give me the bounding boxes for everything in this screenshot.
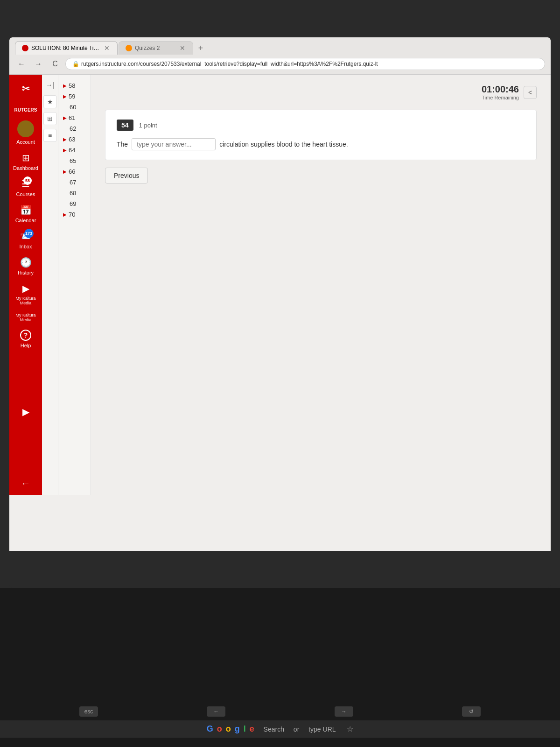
quiz-nav-item-70[interactable]: ▶70 [60, 209, 89, 220]
address-bar: ← → C 🔒 rutgers.instructure.com/courses/… [15, 55, 545, 74]
quiz-nav-num-63: 63 [69, 136, 75, 143]
timer-label: Time Remaining [482, 95, 519, 100]
quiz-nav-item-65[interactable]: 65 [60, 155, 89, 166]
timer-collapse-button[interactable]: < [524, 86, 537, 99]
quiz-nav-item-68[interactable]: 68 [60, 188, 89, 198]
timer-time: 01:00:46 [482, 84, 519, 95]
dashboard-label: Dashboard [13, 165, 38, 171]
sidebar-item-inbox[interactable]: 📨 173 Inbox [9, 227, 42, 253]
forward-key[interactable]: → [335, 706, 353, 717]
calendar-icon: 📅 [20, 204, 32, 216]
tab-1-label: SOLUTION: 80 Minute Timed P [31, 45, 100, 51]
kaltura-label: My Kaltura Media [11, 296, 40, 305]
new-tab-button[interactable]: + [194, 42, 207, 55]
forward-button[interactable]: → [32, 57, 45, 70]
quiz-nav-items: ▶58▶5960▶6162▶63▶6465▶66676869▶70 [58, 78, 91, 222]
help-label: Help [21, 343, 31, 348]
quiz-nav-arrow-70: ▶ [63, 212, 67, 217]
refresh-key[interactable]: ↺ [462, 706, 481, 717]
sidebar-item-history[interactable]: 🕐 History [9, 253, 42, 279]
bookmark-icon[interactable]: ☆ [347, 725, 353, 733]
sidebar-item-calendar[interactable]: 📅 Calendar [9, 201, 42, 227]
courses-badge: 58 [23, 176, 32, 185]
quiz-nav-item-67[interactable]: 67 [60, 177, 89, 188]
quiz-nav-num-65: 65 [70, 157, 76, 164]
quiz-nav-item-59[interactable]: ▶59 [60, 91, 89, 102]
question-suffix: circulation supplies blood to the heart … [219, 139, 348, 149]
quiz-nav-num-61: 61 [69, 114, 75, 121]
refresh-button[interactable]: C [49, 57, 62, 70]
question-body: The circulation supplies blood to the he… [117, 138, 525, 150]
timer-collapse-icon: < [528, 89, 532, 96]
secondary-nav: →| ★ ⊞ ≡ [42, 75, 58, 495]
keyboard-area: esc ← → ↺ G o o g l e Search or type URL… [0, 588, 560, 747]
secondary-grid[interactable]: ⊞ [43, 112, 56, 125]
keyboard-bar: esc ← → ↺ [70, 703, 490, 720]
url-bar[interactable]: 🔒 rutgers.instructure.com/courses/207533… [65, 58, 545, 70]
type-url-text: type URL [308, 726, 336, 733]
quiz-nav-num-70: 70 [69, 211, 75, 218]
account-avatar [17, 120, 34, 137]
sidebar-item-kaltura[interactable]: ▶ My Kaltura Media [9, 279, 42, 309]
browser-chrome: SOLUTION: 80 Minute Timed P ✕ Quizzes 2 … [9, 37, 551, 75]
back-key[interactable]: ← [207, 706, 225, 717]
courses-label: Courses [16, 191, 35, 197]
collapse-icon: ▶ [22, 406, 29, 417]
calendar-label: Calendar [15, 218, 36, 223]
question-header: 54 1 point [117, 120, 525, 131]
answer-input[interactable] [132, 138, 216, 150]
sidebar-item-account[interactable]: Account [9, 117, 42, 148]
quiz-nav-item-58[interactable]: ▶58 [60, 80, 89, 91]
secondary-toggle[interactable]: →| [43, 78, 56, 92]
sidebar-logo[interactable]: ✂ [9, 75, 42, 103]
back-button[interactable]: ← [15, 57, 28, 70]
tab-bar: SOLUTION: 80 Minute Timed P ✕ Quizzes 2 … [15, 41, 545, 55]
history-icon: 🕐 [20, 257, 32, 268]
quiz-nav-item-62[interactable]: 62 [60, 123, 89, 134]
sidebar-item-collapse[interactable]: ▶ [9, 402, 42, 421]
rutgers-logo: RUTGERS [9, 103, 42, 117]
sidebar-item-dashboard[interactable]: ⊞ Dashboard [9, 148, 42, 175]
url-text: rutgers.instructure.com/courses/207533/e… [81, 61, 378, 67]
sidebar-collapse-button[interactable]: ← [9, 472, 42, 495]
inbox-label: Inbox [20, 244, 32, 249]
courses-wrapper: ☰ 58 [21, 178, 30, 190]
inbox-wrapper: 📨 173 [20, 231, 32, 242]
sidebar-item-courses[interactable]: ☰ 58 Courses [9, 175, 42, 201]
google-g2-letter: g [235, 724, 240, 734]
quiz-nav-num-66: 66 [69, 168, 75, 175]
quiz-nav-item-64[interactable]: ▶64 [60, 145, 89, 155]
quiz-nav-num-68: 68 [70, 190, 76, 197]
secondary-list[interactable]: ≡ [43, 129, 56, 142]
quiz-nav-item-69[interactable]: 69 [60, 198, 89, 209]
quiz-nav-item-66[interactable]: ▶66 [60, 166, 89, 177]
help-icon: ? [20, 330, 31, 341]
timer-display: 01:00:46 Time Remaining [482, 84, 519, 100]
laptop-bottom-bezel [9, 551, 551, 588]
google-o2-letter: o [226, 724, 231, 734]
sidebar-item-help[interactable]: ? Help [9, 326, 42, 352]
tab-2[interactable]: Quizzes 2 ✕ [119, 41, 193, 55]
secondary-star[interactable]: ★ [43, 95, 56, 108]
quiz-nav-item-63[interactable]: ▶63 [60, 134, 89, 145]
esc-key[interactable]: esc [79, 706, 98, 717]
tab-1[interactable]: SOLUTION: 80 Minute Timed P ✕ [15, 41, 118, 55]
inbox-badge: 173 [24, 229, 34, 238]
quiz-nav-arrow-59: ▶ [63, 94, 67, 99]
quiz-nav-num-59: 59 [69, 93, 75, 100]
kaltura-icon: ▶ [22, 283, 29, 294]
or-text: or [294, 726, 299, 733]
tab-2-close[interactable]: ✕ [179, 44, 186, 52]
quiz-navigation: ▶58▶5960▶6162▶63▶6465▶66676869▶70 [58, 75, 91, 495]
question-number: 54 [117, 120, 133, 131]
previous-button[interactable]: Previous [105, 168, 148, 183]
tab-2-label: Quizzes 2 [135, 45, 176, 51]
question-prefix: The [117, 139, 128, 149]
tab-1-icon [22, 45, 28, 51]
rutgers-text: RUTGERS [14, 107, 37, 113]
tab-1-close[interactable]: ✕ [103, 44, 111, 52]
sidebar: ✂ RUTGERS Account ⊞ Dashboard [9, 75, 42, 495]
account-wrapper [17, 120, 34, 137]
quiz-nav-item-60[interactable]: 60 [60, 102, 89, 113]
quiz-nav-item-61[interactable]: ▶61 [60, 113, 89, 123]
